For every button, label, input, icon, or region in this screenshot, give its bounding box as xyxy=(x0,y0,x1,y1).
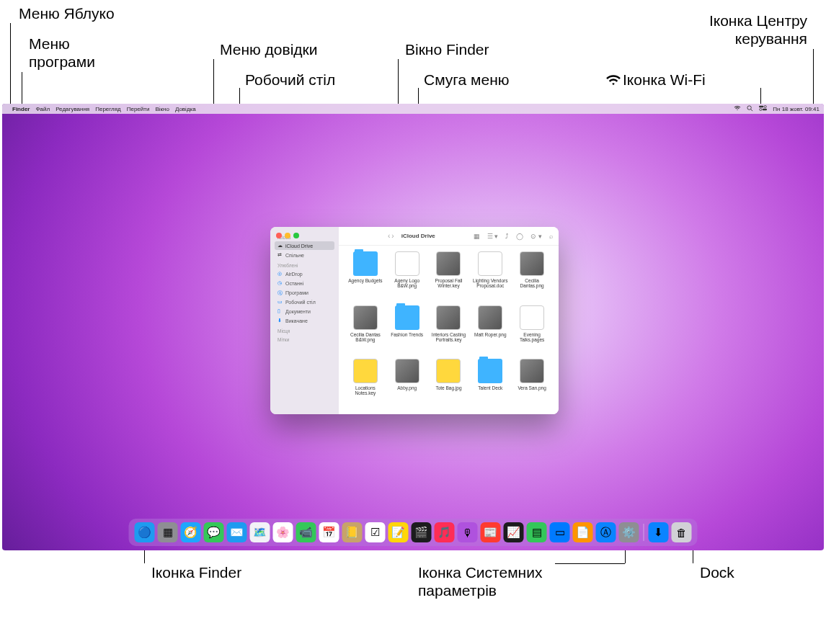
svg-rect-4 xyxy=(763,109,767,110)
file-item[interactable]: Cecilia Dantas B&W.png xyxy=(346,305,385,355)
spotlight-icon[interactable] xyxy=(747,105,753,113)
dock-safari-icon[interactable]: 🧭 xyxy=(181,522,201,542)
folder-icon xyxy=(478,359,502,383)
ann-wifi: Іконка Wi-Fi xyxy=(605,71,706,89)
menu-view[interactable]: Перегляд xyxy=(95,106,121,112)
menu-go[interactable]: Перейти xyxy=(127,106,150,112)
sidebar-item-apps[interactable]: ⒶПрограми xyxy=(275,288,334,297)
file-item[interactable]: Evening Talks.pages xyxy=(512,305,551,355)
sidebar-item-label: Останні xyxy=(285,281,303,286)
dock-calendar-icon[interactable]: 📅 xyxy=(319,522,339,542)
file-item[interactable]: Locations Notes.key xyxy=(346,359,385,408)
action-button[interactable]: ⊙ ▾ xyxy=(530,233,542,240)
view-icons-button[interactable]: ▦ xyxy=(474,233,480,240)
sidebar-item-documents[interactable]: ▯Документи xyxy=(275,307,334,316)
dock-maps-icon[interactable]: 🗺️ xyxy=(250,522,270,542)
file-item[interactable]: Tote Bag.jpg xyxy=(430,359,468,408)
dock-numbers-icon[interactable]: ▤ xyxy=(527,522,547,542)
downloads-icon: ⬇︎ xyxy=(277,318,283,323)
dock-photos-icon[interactable]: 🌸 xyxy=(273,522,293,542)
dock-finder-icon[interactable]: 🔵 xyxy=(135,522,155,542)
file-item[interactable]: Matt Roper.png xyxy=(471,305,510,355)
dock-separator xyxy=(644,524,644,541)
dock-launchpad-icon[interactable]: ▦ xyxy=(158,522,178,542)
file-item[interactable]: Vera San.png xyxy=(512,359,551,408)
ann-dock: Dock xyxy=(700,563,734,581)
dock-messages-icon[interactable]: 💬 xyxy=(204,522,224,542)
wifi-status-icon[interactable] xyxy=(734,105,741,112)
file-label: Tote Bag.jpg xyxy=(435,385,461,390)
sidebar-item-label: Спільне xyxy=(285,253,304,258)
dock-podcasts-icon[interactable]: 🎙 xyxy=(458,522,478,542)
dock-news-icon[interactable]: 📰 xyxy=(481,522,501,542)
finder-window: iCloud ☁︎iCloud Drive ⇄Спільне Улюблені … xyxy=(270,227,559,414)
svg-line-1 xyxy=(751,109,753,111)
sidebar-item-airdrop[interactable]: ◎AirDrop xyxy=(275,269,334,278)
dock-mail-icon[interactable]: ✉️ xyxy=(227,522,247,542)
sidebar-item-shared[interactable]: ⇄Спільне xyxy=(275,251,334,259)
share-button[interactable]: ⤴︎ xyxy=(505,233,509,240)
file-item[interactable]: Interiors Casting Portraits.key xyxy=(430,305,468,355)
group-button[interactable]: ☰ ▾ xyxy=(487,233,499,240)
back-button[interactable]: ‹ xyxy=(388,232,390,240)
file-item[interactable]: Fashion Trends xyxy=(388,305,427,355)
menubar-clock[interactable]: Пн 18 жовт. 09:41 xyxy=(773,106,820,112)
dock-trash-icon[interactable]: 🗑 xyxy=(672,522,692,542)
file-label: Vera San.png xyxy=(518,385,546,390)
file-thumb xyxy=(436,251,461,276)
sidebar-item-icloud-drive[interactable]: ☁︎iCloud Drive xyxy=(275,241,334,250)
sidebar-item-desktop[interactable]: ▭Робочий стіл xyxy=(275,298,334,306)
minimize-button[interactable] xyxy=(285,233,290,238)
app-menu-finder[interactable]: Finder xyxy=(12,106,30,112)
file-label: Abby.png xyxy=(397,385,417,390)
ann-line xyxy=(22,72,22,105)
menu-help[interactable]: Довідка xyxy=(175,106,196,112)
menu-window[interactable]: Вікно xyxy=(155,106,169,112)
dock-tv-icon[interactable]: 🎬 xyxy=(412,522,432,542)
dock-notes-icon[interactable]: 📝 xyxy=(388,522,409,542)
file-item[interactable]: Cecilia Dantas.png xyxy=(512,251,551,301)
dock-appstore-icon[interactable]: Ⓐ xyxy=(596,522,616,542)
file-item[interactable]: Lighting Vendors Proposal.doc xyxy=(471,251,510,301)
ann-control-center: Іконка Центру керування xyxy=(620,12,807,48)
dock-downloads-icon[interactable]: ⬇︎ xyxy=(649,522,669,542)
file-item[interactable]: Agency Budgets xyxy=(346,251,385,301)
sidebar-item-label: iCloud Drive xyxy=(285,243,313,249)
dock-reminders-icon[interactable]: ☑︎ xyxy=(365,522,386,542)
dock-keynote-icon[interactable]: ▭ xyxy=(550,522,570,542)
sidebar-section-tags: Мітки xyxy=(277,337,334,342)
ann-line xyxy=(10,23,11,105)
file-item[interactable]: Proposal Fall Winter.key xyxy=(430,251,468,301)
forward-button[interactable]: › xyxy=(391,232,394,240)
sidebar-item-downloads[interactable]: ⬇︎Викачане xyxy=(275,316,334,325)
shared-icon: ⇄ xyxy=(277,252,283,258)
file-item[interactable]: Ageny Logo B&W.png xyxy=(388,251,427,301)
finder-icon-grid: Agency BudgetsAgeny Logo B&W.pngProposal… xyxy=(339,246,559,414)
ann-menu-bar: Смуга меню xyxy=(424,71,510,89)
file-label: Interiors Casting Portraits.key xyxy=(430,332,468,342)
close-button[interactable] xyxy=(276,233,282,238)
dock-contacts-icon[interactable]: 📒 xyxy=(342,522,363,542)
sidebar-item-label: Викачане xyxy=(285,318,308,323)
dock-facetime-icon[interactable]: 📹 xyxy=(296,522,316,542)
tag-button[interactable]: ◯ xyxy=(516,233,523,240)
file-item[interactable]: Talent Deck xyxy=(471,359,510,408)
ann-help-menu: Меню довідки xyxy=(220,40,318,58)
menu-edit[interactable]: Редагування xyxy=(55,106,89,112)
ann-line xyxy=(555,563,625,564)
dock-sysprefs-icon[interactable]: ⚙️ xyxy=(619,522,639,542)
folder-icon xyxy=(395,305,419,330)
search-button[interactable]: ⌕ xyxy=(549,233,553,240)
file-item[interactable]: Abby.png xyxy=(388,359,427,408)
dock-pages-icon[interactable]: 📄 xyxy=(573,522,593,542)
zoom-button[interactable] xyxy=(293,233,299,238)
menu-file[interactable]: Файл xyxy=(35,106,50,112)
sidebar-item-label: Документи xyxy=(285,309,311,314)
control-center-icon[interactable] xyxy=(759,105,767,112)
svg-point-5 xyxy=(760,108,762,110)
file-label: Lighting Vendors Proposal.doc xyxy=(471,278,510,288)
dock-stocks-icon[interactable]: 📈 xyxy=(504,522,524,542)
ann-desktop: Робочий стіл xyxy=(245,71,335,89)
sidebar-item-recent[interactable]: ◷Останні xyxy=(275,279,334,287)
dock-music-icon[interactable]: 🎵 xyxy=(435,522,455,542)
